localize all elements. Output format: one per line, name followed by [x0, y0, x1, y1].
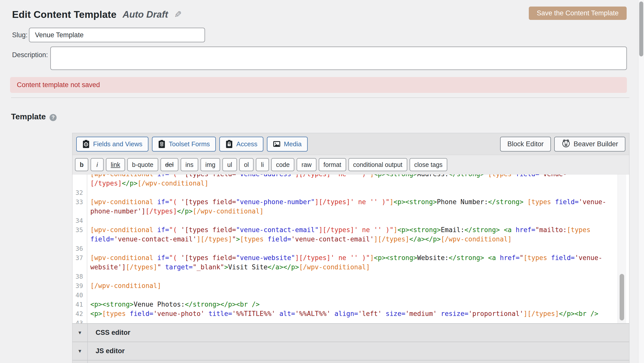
line-number: 38	[72, 272, 87, 281]
panel-toggle[interactable]: ▼	[72, 324, 88, 342]
line-number: 33	[72, 197, 87, 207]
code-line: website'][/types]" target="_blank">Visit…	[72, 263, 629, 272]
css-editor-panel: ▼CSS editor	[72, 323, 629, 342]
button-label: Toolset Forms	[169, 140, 210, 148]
code-line: 42<p>[types field='venue-photo' title='%…	[72, 309, 629, 318]
code-text: [wpv-conditional if="( '[types field="ve…	[87, 253, 602, 263]
code-text	[87, 188, 90, 197]
code-text: <p><strong>Venue Photos:</strong></p><br…	[87, 300, 260, 309]
collapsible-panels: ▼CSS editor▼JS editor	[72, 323, 629, 363]
media-toolbar: Fields and ViewsToolset FormsAccessMedia…	[72, 133, 629, 155]
access-icon	[225, 140, 233, 148]
help-icon[interactable]: ?	[50, 114, 57, 121]
quicktag-link-button[interactable]: link	[106, 158, 125, 171]
code-line: 39[/wpv-conditional]	[72, 281, 629, 291]
quicktag-close-tags-button[interactable]: close tags	[410, 158, 448, 171]
code-text: [wpv-conditional if="( '[types field="ve…	[87, 174, 567, 179]
beaver-icon	[561, 139, 571, 150]
code-line: 35[wpv-conditional if="( '[types field="…	[72, 225, 629, 235]
description-input[interactable]	[50, 47, 627, 70]
access-button[interactable]: Access	[219, 137, 263, 152]
toolset-forms-button[interactable]: Toolset Forms	[152, 137, 216, 152]
editor-scrollbar[interactable]	[618, 174, 626, 323]
line-number	[72, 207, 87, 216]
code-text	[87, 318, 90, 323]
quicktag-format-button[interactable]: format	[319, 158, 346, 171]
code-line: [/types]</p>[/wpv-conditional]	[72, 179, 629, 188]
code-text: [/types]</p>[/wpv-conditional]	[87, 179, 209, 188]
quicktag-ul-button[interactable]: ul	[222, 158, 237, 171]
line-number: 34	[72, 216, 87, 225]
code-line: 40	[72, 291, 629, 300]
code-text: [/wpv-conditional]	[87, 281, 161, 291]
page-scrollbar[interactable]	[638, 0, 644, 363]
quicktag-raw-button[interactable]: raw	[297, 158, 316, 171]
fields-and-views-button[interactable]: Fields and Views	[76, 137, 148, 152]
button-label: Beaver Builder	[574, 140, 618, 148]
pencil-icon[interactable]: ✎	[174, 9, 182, 20]
quicktag-img-button[interactable]: img	[200, 158, 220, 171]
quicktag-code-button[interactable]: code	[271, 158, 294, 171]
line-number: 36	[72, 244, 87, 253]
quicktag-ol-button[interactable]: ol	[239, 158, 254, 171]
line-number	[72, 174, 87, 179]
quicktag-b-quote-button[interactable]: b-quote	[127, 158, 158, 171]
code-line: field='venue-contact-email'][/types]">[t…	[72, 235, 629, 244]
code-line: [wpv-conditional if="( '[types field="ve…	[72, 174, 629, 179]
code-editor[interactable]: [wpv-conditional if="( '[types field="ve…	[72, 174, 629, 323]
code-line: 33[wpv-conditional if="( '[types field="…	[72, 197, 629, 207]
editor-scrollbar-thumb[interactable]	[620, 274, 624, 320]
quicktag-del-button[interactable]: del	[160, 158, 178, 171]
block-editor-button[interactable]: Block Editor	[500, 137, 551, 152]
media-icon	[273, 140, 280, 148]
button-label: Fields and Views	[93, 140, 142, 148]
code-text	[87, 272, 90, 281]
beaver-builder-button[interactable]: Beaver Builder	[554, 137, 625, 152]
quicktag-ins-button[interactable]: ins	[181, 158, 198, 171]
line-number: 32	[72, 188, 87, 197]
media-buttons-group: Fields and ViewsToolset FormsAccessMedia	[76, 137, 311, 152]
button-label: Block Editor	[507, 140, 544, 148]
code-text: [wpv-conditional if="( '[types field="ve…	[87, 225, 590, 235]
code-text	[87, 244, 90, 253]
code-line: 43	[72, 318, 629, 323]
code-text	[87, 216, 90, 225]
quicktags-toolbar: bilinkb-quotedelinsimgulollicoderawforma…	[72, 155, 629, 174]
page-scrollbar-thumb[interactable]	[639, 2, 643, 56]
quicktag-i-button[interactable]: i	[91, 158, 104, 171]
line-number: 40	[72, 291, 87, 300]
slug-input[interactable]	[29, 28, 205, 42]
code-text: <p>[types field='venue-photo' title='%%T…	[87, 309, 598, 318]
toolset-forms-icon	[158, 140, 166, 148]
code-line: 36	[72, 244, 629, 253]
line-number: 41	[72, 300, 87, 309]
media-button[interactable]: Media	[267, 137, 308, 152]
line-number: 42	[72, 309, 87, 318]
code-lines: [wpv-conditional if="( '[types field="ve…	[72, 174, 629, 323]
js-editor-panel: ▼JS editor	[72, 342, 629, 360]
quicktag-li-button[interactable]: li	[256, 158, 269, 171]
template-name-status: Auto Draft	[123, 9, 168, 20]
line-number: 39	[72, 281, 87, 291]
error-notice-text: Content template not saved	[17, 81, 100, 89]
chevron-down-icon: ▼	[77, 348, 82, 354]
code-line: 37[wpv-conditional if="( '[types field="…	[72, 253, 629, 263]
code-text: [wpv-conditional if="( '[types field="ve…	[87, 197, 606, 207]
quicktag-conditional-output-button[interactable]: conditional output	[348, 158, 407, 171]
line-number	[72, 235, 87, 244]
code-text: field='venue-contact-email'][/types]">[t…	[87, 235, 512, 244]
code-line: 34	[72, 216, 629, 225]
quicktag-b-button[interactable]: b	[75, 158, 88, 171]
line-number	[72, 263, 87, 272]
template-heading: Template	[11, 112, 46, 121]
section-divider	[11, 97, 629, 98]
panel-toggle[interactable]: ▼	[72, 342, 88, 360]
code-text: phone-number'][/types]</p>[/wpv-conditio…	[87, 207, 264, 216]
error-notice: Content template not saved	[10, 77, 627, 93]
line-number	[72, 179, 87, 188]
save-content-template-button[interactable]: Save the Content Template	[529, 7, 627, 20]
code-text: website'][/types]" target="_blank">Visit…	[87, 263, 370, 272]
code-line: 38	[72, 272, 629, 281]
line-number: 37	[72, 253, 87, 263]
panel-toggle	[72, 360, 88, 363]
